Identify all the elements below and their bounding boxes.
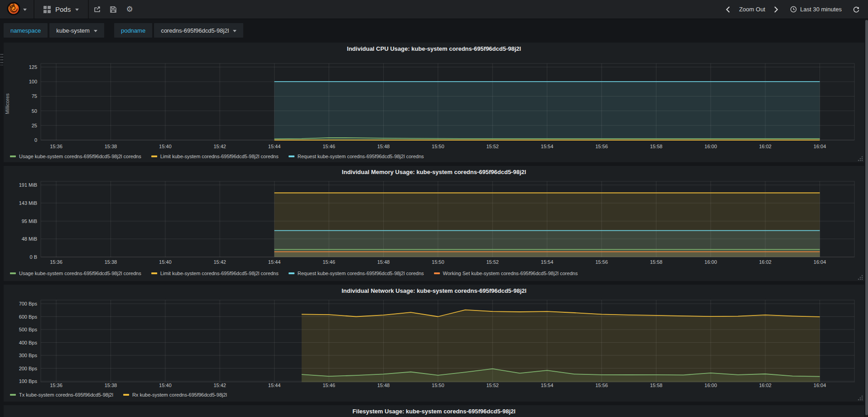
svg-text:16:04: 16:04 <box>814 144 826 149</box>
svg-text:15:48: 15:48 <box>377 383 390 388</box>
resize-handle-icon[interactable] <box>857 155 863 162</box>
svg-text:700 Bps: 700 Bps <box>19 301 38 306</box>
svg-text:15:44: 15:44 <box>268 259 281 265</box>
panel-drag-handle[interactable] <box>0 53 4 65</box>
svg-text:15:52: 15:52 <box>486 144 499 149</box>
legend-item[interactable]: Limit kube-system coredns-695f96dcd5-98j… <box>151 270 279 277</box>
podname-select[interactable]: coredns-695f96dcd5-98j2l <box>154 23 243 38</box>
save-icon <box>110 6 117 13</box>
svg-text:16:00: 16:00 <box>704 144 717 149</box>
panel-title-memory[interactable]: Individual Memory Usage: kube-system cor… <box>4 166 864 178</box>
svg-text:15:38: 15:38 <box>105 259 117 265</box>
panel-title-cpu[interactable]: Individual CPU Usage: kube-system coredn… <box>4 43 864 54</box>
chevron-right-icon <box>773 6 778 13</box>
zoom-out-button[interactable]: Zoom Out <box>735 6 769 13</box>
network-chart[interactable]: 15:3615:3815:4015:4215:4415:4615:4815:50… <box>4 296 864 390</box>
svg-text:15:56: 15:56 <box>595 383 608 388</box>
svg-text:191 MiB: 191 MiB <box>19 182 37 188</box>
svg-text:15:58: 15:58 <box>650 259 663 265</box>
legend-item[interactable]: Usage kube-system coredns-695f96dcd5-98j… <box>10 270 141 277</box>
svg-text:0 B: 0 B <box>29 254 37 260</box>
dashboard-picker[interactable]: Pods <box>34 0 89 19</box>
legend-item[interactable]: Limit kube-system coredns-695f96dcd5-98j… <box>151 153 279 160</box>
resize-handle-icon[interactable] <box>857 395 863 401</box>
svg-text:48 MiB: 48 MiB <box>22 236 37 242</box>
panel-network: Individual Network Usage: kube-system co… <box>4 285 864 402</box>
zoom-out-label: Zoom Out <box>739 6 765 13</box>
panel-filesystem: Filesystem Usage: kube-system coredns-69… <box>4 405 864 417</box>
svg-text:15:44: 15:44 <box>268 144 281 149</box>
grafana-menu-button[interactable] <box>0 0 34 19</box>
chevron-down-icon <box>233 30 236 32</box>
legend-label: Request kube-system coredns-695f96dcd5-9… <box>298 154 424 159</box>
panel-title-filesystem[interactable]: Filesystem Usage: kube-system coredns-69… <box>4 405 864 417</box>
top-navbar: Pods ⚙ Zoom Out Last 30 minutes <box>0 0 868 19</box>
legend-label: Working Set kube-system coredns-695f96dc… <box>443 271 578 276</box>
namespace-value: kube-system <box>56 27 90 34</box>
legend-swatch-icon <box>123 394 129 396</box>
svg-text:15:54: 15:54 <box>541 144 554 149</box>
svg-text:125: 125 <box>29 64 37 70</box>
legend-item[interactable]: Rx kube-system coredns-695f96dcd5-98j2l <box>123 391 227 398</box>
scrollbar-thumb[interactable] <box>865 20 868 415</box>
svg-text:15:54: 15:54 <box>541 383 554 388</box>
svg-text:600 Bps: 600 Bps <box>19 314 38 320</box>
svg-text:15:42: 15:42 <box>213 259 226 265</box>
time-back-button[interactable] <box>721 6 735 13</box>
namespace-label: namespace <box>4 23 48 38</box>
legend-label: Limit kube-system coredns-695f96dcd5-98j… <box>160 271 279 276</box>
time-forward-button[interactable] <box>769 6 783 13</box>
save-button[interactable] <box>105 0 121 19</box>
settings-button[interactable]: ⚙ <box>121 0 138 19</box>
svg-text:15:38: 15:38 <box>105 144 117 149</box>
panel-memory: Individual Memory Usage: kube-system cor… <box>4 166 864 281</box>
gear-icon: ⚙ <box>126 5 133 13</box>
legend-label: Request kube-system coredns-695f96dcd5-9… <box>298 271 424 276</box>
podname-value: coredns-695f96dcd5-98j2l <box>161 27 229 34</box>
time-range-label: Last 30 minutes <box>800 6 842 13</box>
svg-text:16:02: 16:02 <box>759 383 772 388</box>
panel-title-network[interactable]: Individual Network Usage: kube-system co… <box>4 285 864 296</box>
svg-text:500 Bps: 500 Bps <box>19 327 38 332</box>
legend-item[interactable]: Request kube-system coredns-695f96dcd5-9… <box>289 153 424 160</box>
legend-swatch-icon <box>10 155 16 157</box>
svg-text:15:40: 15:40 <box>159 383 172 388</box>
svg-text:15:58: 15:58 <box>650 383 663 388</box>
svg-text:16:04: 16:04 <box>814 383 826 388</box>
time-range-button[interactable]: Last 30 minutes <box>783 6 845 13</box>
svg-text:15:48: 15:48 <box>377 259 390 265</box>
svg-text:16:00: 16:00 <box>704 259 717 265</box>
svg-text:15:50: 15:50 <box>432 259 444 265</box>
svg-text:16:02: 16:02 <box>759 144 772 149</box>
svg-text:15:48: 15:48 <box>377 144 390 149</box>
svg-text:15:46: 15:46 <box>323 144 335 149</box>
cpu-chart[interactable]: 15:3615:3815:4015:4215:4415:4615:4815:50… <box>4 54 864 151</box>
chevron-down-icon <box>94 30 97 32</box>
svg-text:15:46: 15:46 <box>323 259 335 265</box>
svg-text:25: 25 <box>32 123 37 128</box>
memory-chart[interactable]: 15:3615:3815:4015:4215:4415:4615:4815:50… <box>4 178 864 268</box>
namespace-select[interactable]: kube-system <box>49 23 104 38</box>
svg-text:0: 0 <box>34 137 37 143</box>
share-button[interactable] <box>89 0 105 19</box>
svg-text:15:52: 15:52 <box>486 383 499 388</box>
panel-cpu: Individual CPU Usage: kube-system coredn… <box>4 43 864 162</box>
resize-handle-icon[interactable] <box>857 274 863 281</box>
chevron-down-icon <box>75 9 79 11</box>
svg-text:50: 50 <box>32 108 37 114</box>
legend-item[interactable]: Working Set kube-system coredns-695f96dc… <box>434 270 578 277</box>
legend-item[interactable]: Usage kube-system coredns-695f96dcd5-98j… <box>10 153 141 160</box>
svg-text:15:38: 15:38 <box>105 383 117 388</box>
legend-label: Limit kube-system coredns-695f96dcd5-98j… <box>160 154 279 159</box>
legend-item[interactable]: Tx kube-system coredns-695f96dcd5-98j2l <box>10 391 113 398</box>
svg-text:15:40: 15:40 <box>159 144 172 149</box>
svg-text:15:44: 15:44 <box>268 383 281 388</box>
svg-text:75: 75 <box>32 93 37 99</box>
page-scrollbar[interactable] <box>865 19 868 417</box>
refresh-button[interactable] <box>845 6 863 13</box>
svg-text:15:52: 15:52 <box>486 259 499 265</box>
clock-icon <box>790 6 797 13</box>
svg-text:143 MiB: 143 MiB <box>19 200 37 206</box>
legend-item[interactable]: Request kube-system coredns-695f96dcd5-9… <box>289 270 424 277</box>
dashboard-grid-icon <box>43 6 51 13</box>
